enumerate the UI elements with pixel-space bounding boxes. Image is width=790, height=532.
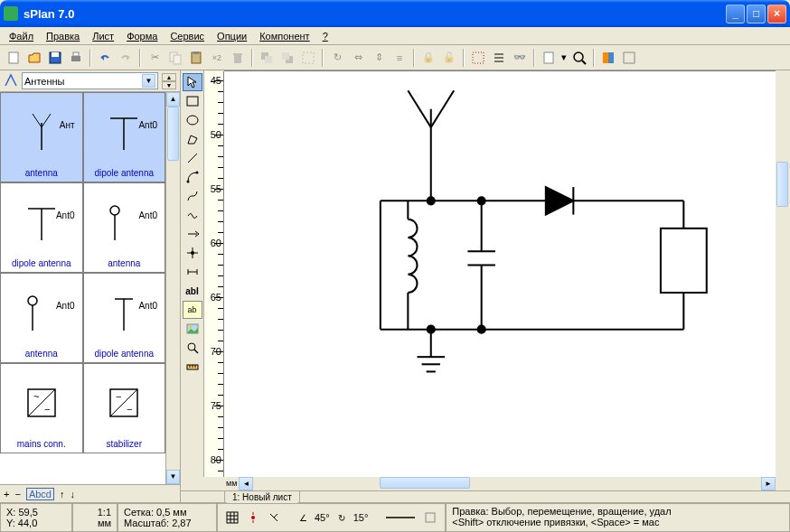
snap-toggle-button[interactable] xyxy=(244,509,262,527)
image-tool[interactable] xyxy=(183,320,202,338)
zoom-tool[interactable] xyxy=(183,339,202,357)
snap-button[interactable] xyxy=(468,48,488,68)
svg-point-97 xyxy=(251,516,255,519)
curve-tool[interactable] xyxy=(183,168,202,186)
poly-tool[interactable] xyxy=(183,130,202,148)
freehand-tool[interactable] xyxy=(183,206,202,224)
new-button[interactable] xyxy=(4,48,24,68)
fill-style-button[interactable] xyxy=(421,509,439,527)
rotate-angle-button[interactable]: ↻ xyxy=(333,509,351,527)
close-button[interactable]: × xyxy=(767,5,786,23)
lib-abcd-button[interactable]: Abcd xyxy=(26,488,54,500)
library-cell[interactable]: Ant0antenna xyxy=(0,273,83,363)
undo-button[interactable] xyxy=(95,48,115,68)
titlebar: sPlan 7.0 _ □ × xyxy=(0,0,790,27)
junction-tool[interactable] xyxy=(183,244,202,262)
svg-rect-9 xyxy=(234,55,241,63)
svg-rect-81 xyxy=(661,229,707,293)
menu-file[interactable]: Файл xyxy=(4,29,39,43)
save-button[interactable] xyxy=(45,48,65,68)
rotate-button[interactable]: ↻ xyxy=(327,48,347,68)
align-button[interactable]: ≡ xyxy=(390,48,409,68)
svg-line-22 xyxy=(582,61,586,64)
library-cell[interactable]: Ant0antenna xyxy=(83,182,166,273)
library-footer: + − Abcd ↑ ↓ xyxy=(0,484,180,502)
flip-v-button[interactable]: ⇕ xyxy=(369,48,389,68)
open-button[interactable] xyxy=(24,48,44,68)
canvas[interactable] xyxy=(224,71,776,477)
lib-add-icon[interactable]: + xyxy=(4,489,9,499)
status-x: X: 59,5 xyxy=(6,507,66,518)
group-button[interactable] xyxy=(298,48,318,68)
combo-arrow-icon[interactable]: ▼ xyxy=(142,74,155,88)
library-cell[interactable]: ~−mains conn. xyxy=(0,363,83,453)
menu-help[interactable]: ? xyxy=(317,29,334,43)
grid-toggle-button[interactable] xyxy=(223,509,241,527)
horizontal-scrollbar[interactable]: ◄ ► xyxy=(239,477,776,490)
color2-button[interactable] xyxy=(619,48,639,68)
lib-down-icon[interactable]: ↓ xyxy=(70,489,75,499)
flip-h-button[interactable]: ⇔ xyxy=(348,48,368,68)
copy-button[interactable] xyxy=(165,48,185,68)
lock-button[interactable]: 🔒 xyxy=(419,48,438,68)
rubber-toggle-button[interactable] xyxy=(265,509,283,527)
rect-tool[interactable] xyxy=(183,92,202,110)
vertical-scrollbar[interactable] xyxy=(776,71,790,477)
bezier-tool[interactable] xyxy=(183,187,202,205)
back-button[interactable] xyxy=(277,48,297,68)
measure-tool[interactable] xyxy=(183,358,202,376)
lib-icon[interactable] xyxy=(4,73,18,89)
paste-button[interactable] xyxy=(186,48,206,68)
library-spinner[interactable]: ▲▼ xyxy=(162,73,176,89)
unlock-button[interactable]: 🔓 xyxy=(439,48,459,68)
menu-component[interactable]: Компонент xyxy=(254,29,315,43)
menu-edit[interactable]: Правка xyxy=(41,29,85,43)
redo-button[interactable] xyxy=(116,48,136,68)
status-grid: Сетка: 0,5 мм xyxy=(124,507,211,518)
library-scrollbar[interactable]: ▲ ▼ xyxy=(165,92,180,484)
menu-service[interactable]: Сервис xyxy=(165,29,210,43)
angle-button[interactable]: ∠ xyxy=(294,509,312,527)
svg-line-68 xyxy=(408,90,430,127)
library-cell[interactable]: Ant0dipole antenna xyxy=(83,273,166,363)
library-cell[interactable]: −−stabilizer xyxy=(83,363,166,453)
svg-rect-24 xyxy=(608,52,614,63)
menu-page[interactable]: Лист xyxy=(87,29,119,43)
menu-form[interactable]: Форма xyxy=(121,29,163,43)
library-combo[interactable]: Антенны ▼ xyxy=(22,72,158,89)
page-dd-button[interactable]: ▾ xyxy=(560,48,569,68)
library-cell[interactable]: Ant0dipole antenna xyxy=(0,182,83,273)
maximize-button[interactable]: □ xyxy=(747,5,766,23)
delete-button[interactable] xyxy=(228,48,248,68)
dimension-tool[interactable] xyxy=(183,263,202,281)
line-style-button[interactable] xyxy=(382,509,419,527)
lib-remove-icon[interactable]: − xyxy=(14,489,20,499)
svg-rect-101 xyxy=(426,513,435,522)
svg-point-50 xyxy=(186,181,189,183)
duplicate-button[interactable]: ×2 xyxy=(207,48,227,68)
print-button[interactable] xyxy=(66,48,86,68)
menu-options[interactable]: Опции xyxy=(212,29,252,43)
svg-point-88 xyxy=(428,197,435,204)
menubar: Файл Правка Лист Форма Сервис Опции Комп… xyxy=(0,27,790,45)
status-hint1: Правка: Выбор, перемещение, вращение, уд… xyxy=(452,506,784,517)
library-cell[interactable]: Ant0dipole antenna xyxy=(83,92,166,182)
line-tool[interactable] xyxy=(183,149,202,167)
connection-tool[interactable] xyxy=(183,225,202,243)
library-cell[interactable]: Антantenna xyxy=(0,92,83,182)
lib-up-icon[interactable]: ↑ xyxy=(60,489,65,499)
svg-line-27 xyxy=(33,114,42,127)
front-button[interactable] xyxy=(257,48,277,68)
textblock-tool[interactable]: ab xyxy=(183,301,202,319)
list-button[interactable] xyxy=(489,48,509,68)
zoom-button[interactable] xyxy=(569,48,589,68)
color1-button[interactable] xyxy=(598,48,618,68)
minimize-button[interactable]: _ xyxy=(726,5,745,23)
circle-tool[interactable] xyxy=(183,111,202,129)
svg-point-21 xyxy=(574,52,583,61)
text-tool[interactable]: abI xyxy=(183,282,202,300)
find-button[interactable]: 👓 xyxy=(510,48,530,68)
pointer-tool[interactable] xyxy=(183,73,202,91)
cut-button[interactable]: ✂ xyxy=(145,48,165,68)
page-button[interactable] xyxy=(539,48,559,68)
